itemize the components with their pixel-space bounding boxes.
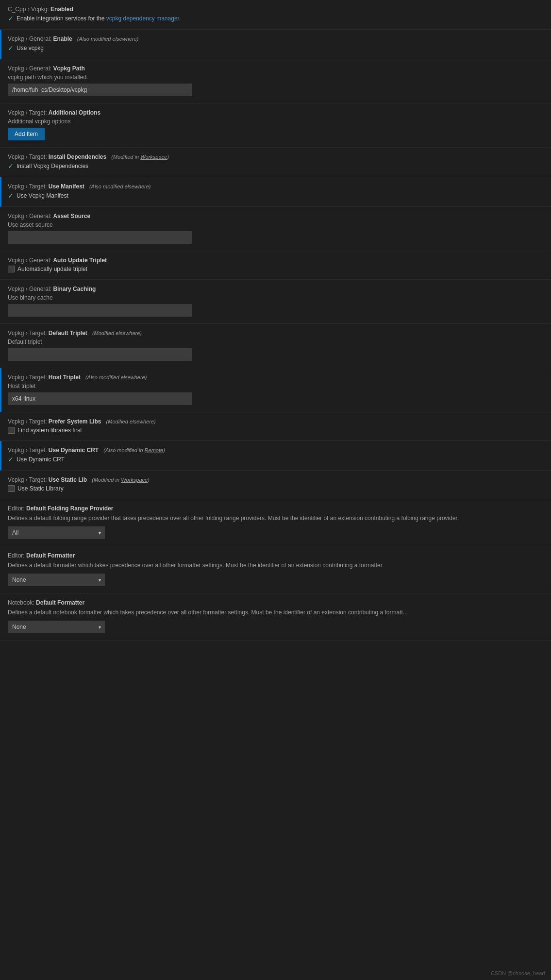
title-path: Vcpkg › General: [8, 65, 51, 72]
section-vcpkg-target-install-dependencies: Vcpkg › Target: Install Dependencies (Mo… [0, 148, 551, 177]
vcpkg-link[interactable]: vcpkg dependency manager [106, 15, 179, 22]
section-title: Vcpkg › Target: Install Dependencies (Mo… [8, 153, 543, 160]
section-title: Vcpkg › Target: Use Static Lib (Modified… [8, 476, 543, 483]
auto-update-triplet-checkbox[interactable] [8, 266, 15, 272]
section-c-cpp-vcpkg-enabled: C_Cpp › Vcpkg: Enabled ✓ Enable integrat… [0, 0, 551, 30]
section-title: Vcpkg › Target: Additional Options [8, 109, 543, 116]
title-key: Asset Source [53, 213, 90, 220]
title-modifier: (Also modified elsewhere) [89, 184, 151, 189]
section-vcpkg-general-enable: Vcpkg › General: Enable (Also modified e… [0, 30, 551, 59]
checkbox-label: Automatically update triplet [17, 266, 87, 272]
section-title: Vcpkg › Target: Use Dynamic CRT (Also mo… [8, 447, 543, 454]
section-title: Vcpkg › Target: Prefer System Libs (Modi… [8, 418, 543, 425]
section-vcpkg-target-use-dynamic-crt: Vcpkg › Target: Use Dynamic CRT (Also mo… [0, 441, 551, 471]
asset-source-input[interactable] [8, 231, 192, 244]
title-path: Editor: [8, 505, 25, 512]
section-title: Editor: Default Formatter [8, 552, 543, 559]
title-modifier: (Also modified elsewhere) [77, 36, 139, 42]
title-key: Enable [53, 35, 72, 42]
watermark: CSDN @choose_heart [491, 970, 545, 976]
default-triplet-input[interactable] [8, 348, 192, 361]
section-vcpkg-target-use-manifest: Vcpkg › Target: Use Manifest (Also modif… [0, 177, 551, 207]
title-modifier: (Modified in Workspace) [92, 477, 150, 483]
title-key: Prefer System Libs [49, 418, 101, 425]
title-key: Use Dynamic CRT [49, 447, 99, 454]
title-path: Vcpkg › Target: [8, 109, 47, 116]
section-title: Vcpkg › Target: Use Manifest (Also modif… [8, 183, 543, 190]
section-vcpkg-target-host-triplet: Vcpkg › Target: Host Triplet (Also modif… [0, 368, 551, 412]
check-label: Use Dynamic CRT [17, 456, 65, 463]
setting-desc: Additional vcpkg options [8, 118, 543, 125]
checkbox-item: Find system libraries first [8, 427, 543, 434]
section-vcpkg-general-asset-source: Vcpkg › General: Asset Source Use asset … [0, 207, 551, 251]
section-title: Vcpkg › General: Binary Caching [8, 286, 543, 292]
checkbox-label: Use Static Library [17, 485, 64, 492]
remote-link[interactable]: Remote [145, 447, 164, 453]
title-key: Use Static Lib [49, 476, 87, 483]
title-path: Editor: [8, 552, 25, 559]
check-item: ✓ Enable integration services for the vc… [8, 15, 543, 22]
setting-desc-long: Defines a default folding range provider… [8, 514, 543, 523]
workspace-link[interactable]: Workspace [140, 154, 167, 160]
host-triplet-input[interactable] [8, 392, 192, 405]
title-modifier: (Modified elsewhere) [92, 330, 142, 336]
section-editor-default-formatter: Editor: Default Formatter Defines a defa… [0, 546, 551, 593]
title-modifier: (Modified in Workspace) [111, 154, 169, 160]
title-path: Vcpkg › Target: [8, 330, 47, 337]
title-key: Enabled [50, 6, 73, 13]
section-vcpkg-target-use-static-lib: Vcpkg › Target: Use Static Lib (Modified… [0, 471, 551, 499]
title-key: Default Triplet [49, 330, 87, 337]
check-label: Enable integration services for the vcpk… [17, 15, 181, 22]
section-title: Vcpkg › Target: Default Triplet (Modifie… [8, 330, 543, 337]
section-vcpkg-target-prefer-system-libs: Vcpkg › Target: Prefer System Libs (Modi… [0, 412, 551, 441]
vcpkg-path-input[interactable] [8, 84, 192, 96]
check-icon: ✓ [8, 192, 14, 200]
checkbox-item: Automatically update triplet [8, 266, 543, 272]
title-key: Default Formatter [26, 552, 75, 559]
section-title: Vcpkg › General: Asset Source [8, 213, 543, 220]
check-icon: ✓ [8, 162, 14, 170]
section-vcpkg-target-additional-options: Vcpkg › Target: Additional Options Addit… [0, 103, 551, 148]
add-item-button[interactable]: Add Item [8, 128, 45, 140]
title-key: Auto Update Triplet [53, 257, 107, 264]
check-icon: ✓ [8, 44, 14, 52]
setting-desc: Use binary cache [8, 294, 543, 301]
title-path: Vcpkg › Target: [8, 183, 47, 190]
section-title: Vcpkg › General: Enable (Also modified e… [8, 35, 543, 42]
section-vcpkg-general-binary-caching: Vcpkg › General: Binary Caching Use bina… [0, 280, 551, 324]
title-path: Vcpkg › General: [8, 286, 51, 292]
check-label: Install Vcpkg Dependencies [17, 163, 88, 169]
section-title: Editor: Default Folding Range Provider [8, 505, 543, 512]
setting-desc: vcpkg path which you installed. [8, 74, 543, 81]
check-label: Use vcpkg [17, 45, 44, 51]
prefer-system-libs-checkbox[interactable] [8, 427, 15, 434]
check-item: ✓ Install Vcpkg Dependencies [8, 162, 543, 170]
check-item: ✓ Use Dynamic CRT [8, 456, 543, 463]
binary-caching-input[interactable] [8, 304, 192, 317]
setting-desc: Use asset source [8, 221, 543, 228]
title-path: Vcpkg › General: [8, 257, 51, 264]
folding-range-provider-select[interactable]: All None [8, 526, 105, 539]
editor-default-formatter-select[interactable]: None [8, 574, 105, 586]
title-path: Vcpkg › Target: [8, 153, 47, 160]
title-key: Vcpkg Path [53, 65, 84, 72]
notebook-default-formatter-select[interactable]: None [8, 621, 105, 633]
title-path: Vcpkg › Target: [8, 374, 47, 381]
checkbox-label: Find system libraries first [17, 427, 82, 434]
setting-desc-long: Defines a default notebook formatter whi… [8, 608, 543, 617]
select-wrapper: None ▾ [8, 574, 105, 586]
title-path: Vcpkg › Target: [8, 418, 47, 425]
title-key: Default Folding Range Provider [26, 505, 113, 512]
title-key: Install Dependencies [49, 153, 106, 160]
title-modifier: (Also modified elsewhere) [85, 374, 147, 380]
settings-container: C_Cpp › Vcpkg: Enabled ✓ Enable integrat… [0, 0, 551, 641]
title-modifier: (Modified elsewhere) [106, 419, 156, 424]
use-static-lib-checkbox[interactable] [8, 485, 15, 492]
select-wrapper: None ▾ [8, 621, 105, 633]
workspace-link-2[interactable]: Workspace [121, 477, 148, 483]
title-path: Notebook: [8, 599, 34, 606]
title-path: Vcpkg › General: [8, 35, 51, 42]
section-notebook-default-formatter: Notebook: Default Formatter Defines a de… [0, 593, 551, 641]
title-key: Host Triplet [49, 374, 81, 381]
section-title: Notebook: Default Formatter [8, 599, 543, 606]
